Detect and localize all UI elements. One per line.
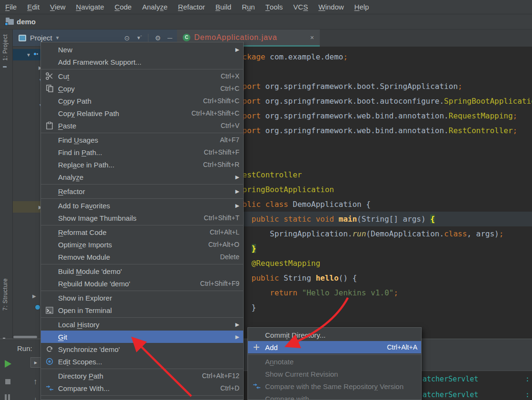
menu-item-open-module-settings[interactable]: Open Module SettingsF4 — [41, 396, 243, 400]
copy-icon — [45, 85, 54, 92]
menu-item-find-in-path[interactable]: Find in Path...Ctrl+Shift+F — [41, 146, 243, 158]
sync-icon — [45, 345, 54, 353]
shortcut-hint: Ctrl+Shift+C — [194, 97, 239, 105]
header-divider — [148, 34, 148, 42]
menu-item-directory-path[interactable]: Directory PathCtrl+Alt+F12 — [41, 370, 243, 382]
main-menubar: FileEditViewNavigateCodeAnalyzeRefactorB… — [0, 0, 532, 14]
stripe-project-button[interactable]: 1: Project — [2, 34, 9, 61]
scissors-icon — [45, 72, 54, 80]
menu-item-copy[interactable]: CopyCtrl+C — [41, 82, 243, 95]
menu-item-synchronize-demo[interactable]: Synchronize 'demo' — [41, 343, 243, 355]
menu-item-show-in-explorer[interactable]: Show in Explorer — [41, 292, 243, 304]
console-tab-icon[interactable]: ▸ — [30, 357, 41, 368]
menu-item-commit-directory[interactable]: Commit Directory... — [248, 329, 421, 341]
submenu-arrow-icon: ▶ — [236, 334, 239, 340]
menubar-item-vcs[interactable]: VCS — [288, 0, 313, 14]
menubar-item-tools[interactable]: Tools — [260, 0, 288, 14]
shortcut-hint: Ctrl+V — [211, 122, 239, 129]
compare-icon — [252, 383, 261, 390]
shortcut-hint: Ctrl+X — [211, 72, 239, 80]
code-line: public static void main(String[] args) { — [233, 212, 435, 226]
shortcut-hint: Ctrl+C — [211, 85, 239, 92]
code-line: package com.example.demo; — [233, 49, 348, 64]
locate-icon[interactable]: ⊙ — [124, 34, 130, 42]
menu-item-rebuild-module-demo[interactable]: Rebuild Module 'demo'Ctrl+Shift+F9 — [41, 277, 243, 290]
submenu-arrow-icon: ▶ — [236, 203, 239, 209]
shortcut-hint: Ctrl+Shift+F9 — [191, 280, 239, 287]
menubar-item-help[interactable]: Help — [349, 0, 374, 14]
shortcut-hint: Ctrl+Alt+L — [200, 228, 239, 236]
menu-item-open-in-terminal[interactable]: Open in Terminal — [41, 304, 243, 316]
menu-item-compare-with[interactable]: Compare With...Ctrl+D — [41, 382, 243, 394]
project-name: demo — [17, 18, 36, 26]
run-label: Run: — [17, 344, 32, 352]
up-arrow-icon[interactable]: ↑ — [33, 377, 38, 387]
shortcut-hint: Ctrl+Shift+T — [194, 214, 239, 222]
menu-item-remove-module[interactable]: Remove ModuleDelete — [41, 251, 243, 263]
menubar-item-window[interactable]: Window — [313, 0, 349, 14]
submenu-arrow-icon: ▶ — [236, 322, 239, 328]
menu-item-cut[interactable]: CutCtrl+X — [41, 70, 243, 82]
close-icon[interactable]: × — [310, 34, 314, 41]
shortcut-hint: Ctrl+Shift+R — [194, 161, 239, 168]
java-class-icon: C — [183, 34, 190, 41]
shortcut-hint: Delete — [211, 253, 239, 261]
horizontal-scrollbar[interactable] — [13, 336, 37, 338]
chevron-down-icon[interactable]: ▼ — [26, 52, 31, 58]
menu-item-reformat-code[interactable]: Reformat CodeCtrl+Alt+L — [41, 226, 243, 238]
menubar-item-run[interactable]: Run — [236, 0, 260, 14]
rerun-play-button[interactable] — [5, 360, 11, 368]
chevron-right-icon[interactable]: ▶ — [32, 293, 36, 299]
menu-item-edit-scopes[interactable]: Edit Scopes... — [41, 355, 243, 368]
settings-gear-icon[interactable]: ⚙ — [155, 34, 161, 42]
menubar-item-code[interactable]: Code — [109, 0, 137, 14]
menu-item-add-to-favorites[interactable]: Add to Favorites▶ — [41, 199, 243, 212]
tab-filename: DemoApplication.java — [194, 33, 277, 42]
menu-item-refactor[interactable]: Refactor▶ — [41, 185, 243, 197]
pause-button[interactable] — [5, 394, 10, 400]
menu-item-replace-in-path[interactable]: Replace in Path...Ctrl+Shift+R — [41, 158, 243, 171]
menubar-item-refactor[interactable]: Refactor — [173, 0, 210, 14]
code-line: public class DemoApplication { — [233, 197, 371, 212]
menubar-item-build[interactable]: Build — [210, 0, 236, 14]
collapse-all-icon[interactable]: ▼̄ — [137, 35, 141, 40]
shortcut-hint: Ctrl+Alt+Shift+C — [182, 109, 239, 117]
clipboard-icon — [45, 122, 54, 129]
menubar-item-analyze[interactable]: Analyze — [137, 0, 173, 14]
menu-item-copy-relative-path[interactable]: Copy Relative PathCtrl+Alt+Shift+C — [41, 107, 243, 119]
down-arrow-icon[interactable]: ↓ — [33, 395, 38, 400]
stripe-structure-button[interactable]: 7: Structure — [2, 278, 9, 311]
submenu-arrow-icon: ▶ — [236, 174, 239, 180]
menu-item-show-current-revision: Show Current Revision — [248, 368, 421, 380]
menu-item-new[interactable]: New▶ — [41, 43, 243, 56]
code-line: public String hello() { — [233, 271, 357, 285]
menubar-item-view[interactable]: View — [45, 0, 71, 14]
code-line: return "Hello Jenkins v1.0"; — [233, 285, 398, 300]
menu-item-add-framework-support[interactable]: Add Framework Support... — [41, 56, 243, 68]
submenu-arrow-icon: ▶ — [236, 47, 239, 53]
menu-item-analyze[interactable]: Analyze▶ — [41, 171, 243, 183]
plus-icon — [252, 344, 261, 351]
menubar-item-file[interactable]: File — [0, 0, 22, 14]
code-line: import org.springframework.boot.autoconf… — [233, 94, 532, 108]
menu-item-build-module-demo[interactable]: Build Module 'demo' — [41, 265, 243, 277]
git-submenu: Commit Directory...AddCtrl+Alt+AAnnotate… — [247, 327, 422, 400]
shortcut-hint: Ctrl+Alt+O — [199, 241, 239, 248]
menu-item-show-image-thumbnails[interactable]: Show Image ThumbnailsCtrl+Shift+T — [41, 212, 243, 224]
menu-item-optimize-imports[interactable]: Optimize ImportsCtrl+Alt+O — [41, 238, 243, 251]
hide-icon[interactable]: ─ — [167, 34, 172, 42]
main-toolbar: demo — [0, 14, 532, 29]
chevron-down-icon[interactable]: ▼ — [55, 35, 60, 40]
menubar-item-edit[interactable]: Edit — [22, 0, 45, 14]
project-panel-title: Project — [30, 34, 52, 42]
menu-item-git[interactable]: Git▶ — [41, 331, 243, 343]
menu-item-find-usages[interactable]: Find UsagesAlt+F7 — [41, 134, 243, 146]
menu-item-copy-path[interactable]: Copy PathCtrl+Shift+C — [41, 95, 243, 107]
stop-button[interactable] — [5, 379, 10, 384]
menubar-item-navigate[interactable]: Navigate — [71, 0, 109, 14]
menu-item-local-history[interactable]: Local History▶ — [41, 318, 243, 331]
submenu-arrow-icon: ▶ — [236, 188, 239, 195]
menu-item-compare-with: Compare with... — [248, 392, 421, 400]
menu-item-add[interactable]: AddCtrl+Alt+A — [248, 341, 421, 353]
menu-item-paste[interactable]: PasteCtrl+V — [41, 119, 243, 132]
